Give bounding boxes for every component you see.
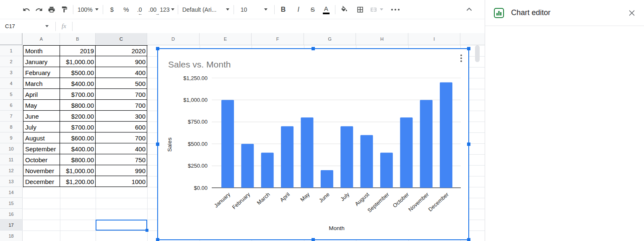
table-cell[interactable]: $600.00 bbox=[60, 133, 96, 143]
select-all-corner[interactable] bbox=[0, 33, 23, 45]
decrease-decimal-button[interactable]: .0← bbox=[133, 3, 146, 16]
chart-handle[interactable] bbox=[156, 238, 159, 241]
table-cell[interactable]: $1,000.00 bbox=[60, 166, 96, 176]
paint-format-icon[interactable] bbox=[58, 3, 70, 16]
table-cell[interactable]: September bbox=[23, 144, 60, 154]
row-header-12[interactable]: 12 bbox=[0, 165, 23, 176]
column-header-H[interactable]: H bbox=[356, 33, 408, 45]
number-format-button[interactable]: 123 bbox=[159, 3, 175, 16]
row-header-16[interactable]: 16 bbox=[0, 209, 23, 220]
table-cell[interactable]: July bbox=[23, 122, 60, 132]
table-cell[interactable]: February bbox=[23, 67, 60, 78]
merge-cells-button[interactable] bbox=[370, 3, 383, 16]
table-cell[interactable]: $1,000.00 bbox=[60, 57, 96, 67]
column-header-I[interactable]: I bbox=[408, 33, 460, 45]
row-header-14[interactable]: 14 bbox=[0, 187, 23, 198]
table-cell[interactable]: 400 bbox=[96, 67, 147, 78]
row-header-18[interactable]: 18 bbox=[0, 231, 23, 241]
format-percent-button[interactable]: % bbox=[120, 3, 132, 16]
chart-handle[interactable] bbox=[467, 238, 470, 241]
table-cell[interactable]: 750 bbox=[96, 155, 147, 165]
table-cell[interactable]: $200.00 bbox=[60, 111, 96, 122]
table-cell[interactable]: $1,200.00 bbox=[60, 176, 96, 187]
column-header-F[interactable]: F bbox=[252, 33, 304, 45]
sheet-vertical-scrollbar[interactable] bbox=[475, 45, 480, 62]
table-cell[interactable]: 990 bbox=[96, 166, 147, 176]
undo-icon[interactable] bbox=[20, 3, 33, 16]
font-select[interactable]: Default (Ari... bbox=[181, 3, 231, 16]
chart-handle[interactable] bbox=[156, 47, 159, 50]
fill-color-icon[interactable] bbox=[338, 3, 351, 16]
column-header-D[interactable]: D bbox=[147, 33, 200, 45]
row-header-6[interactable]: 6 bbox=[0, 100, 23, 111]
row-header-17[interactable]: 17 bbox=[0, 220, 23, 231]
table-cell[interactable]: March bbox=[23, 78, 60, 89]
row-header-1[interactable]: 1 bbox=[0, 45, 23, 56]
italic-button[interactable]: I bbox=[292, 3, 305, 16]
table-cell[interactable]: 2020 bbox=[96, 46, 147, 56]
column-header-E[interactable]: E bbox=[200, 33, 252, 45]
table-cell[interactable]: August bbox=[23, 133, 60, 143]
embedded-chart[interactable]: $0.00$250.00$500.00$750.00$1,000.00$1,25… bbox=[157, 48, 469, 240]
table-cell[interactable]: 1000 bbox=[96, 176, 147, 187]
increase-decimal-button[interactable]: .00→ bbox=[146, 3, 159, 16]
column-header-partial[interactable] bbox=[460, 33, 485, 45]
redo-icon[interactable] bbox=[33, 3, 45, 16]
table-cell[interactable]: 700 bbox=[96, 89, 147, 100]
table-cell[interactable]: $800.00 bbox=[60, 100, 96, 111]
chart-menu-button[interactable] bbox=[459, 53, 463, 63]
column-header-G[interactable]: G bbox=[304, 33, 356, 45]
table-cell[interactable]: $400.00 bbox=[60, 78, 96, 89]
table-cell[interactable]: May bbox=[23, 100, 60, 111]
borders-icon[interactable] bbox=[354, 3, 366, 16]
table-cell[interactable]: 600 bbox=[96, 122, 147, 132]
table-cell[interactable]: April bbox=[23, 89, 60, 100]
row-header-7[interactable]: 7 bbox=[0, 111, 23, 122]
chart-handle[interactable] bbox=[312, 238, 315, 241]
chart-handle[interactable] bbox=[312, 47, 315, 50]
name-box[interactable]: C17 bbox=[0, 23, 45, 29]
row-header-13[interactable]: 13 bbox=[0, 176, 23, 187]
row-header-11[interactable]: 11 bbox=[0, 154, 23, 165]
print-icon[interactable] bbox=[45, 3, 58, 16]
table-cell[interactable]: October bbox=[23, 155, 60, 165]
fill-handle[interactable] bbox=[145, 229, 148, 232]
column-header-C[interactable]: C bbox=[96, 33, 147, 45]
table-cell[interactable]: $700.00 bbox=[60, 89, 96, 100]
format-currency-button[interactable]: $ bbox=[106, 3, 118, 16]
table-cell[interactable]: $800.00 bbox=[60, 155, 96, 165]
strikethrough-button[interactable]: S bbox=[306, 3, 319, 16]
row-header-5[interactable]: 5 bbox=[0, 89, 23, 100]
column-header-A[interactable]: A bbox=[23, 33, 60, 45]
row-header-10[interactable]: 10 bbox=[0, 143, 23, 154]
table-cell[interactable]: January bbox=[23, 57, 60, 67]
font-size-select[interactable]: 10 bbox=[236, 3, 272, 16]
chevron-down-icon[interactable] bbox=[45, 25, 49, 27]
row-header-2[interactable]: 2 bbox=[0, 56, 23, 67]
collapse-toolbar-button[interactable] bbox=[463, 3, 475, 16]
close-icon[interactable] bbox=[627, 8, 636, 18]
chart-handle[interactable] bbox=[467, 47, 470, 50]
table-cell[interactable]: $700.00 bbox=[60, 122, 96, 132]
chart-handle[interactable] bbox=[156, 143, 159, 146]
table-cell[interactable]: 500 bbox=[96, 78, 147, 89]
table-cell[interactable]: 900 bbox=[96, 57, 147, 67]
more-options-button[interactable] bbox=[389, 3, 402, 16]
row-header-4[interactable]: 4 bbox=[0, 78, 23, 89]
column-header-B[interactable]: B bbox=[60, 33, 96, 45]
table-cell[interactable]: 700 bbox=[96, 133, 147, 143]
table-cell[interactable]: Month bbox=[23, 46, 60, 56]
table-cell[interactable]: December bbox=[23, 176, 60, 187]
table-cell[interactable]: $500.00 bbox=[60, 67, 96, 78]
zoom-select[interactable]: 100% bbox=[76, 3, 100, 16]
table-cell[interactable]: 2019 bbox=[60, 46, 96, 56]
row-header-15[interactable]: 15 bbox=[0, 198, 23, 209]
table-cell[interactable]: 300 bbox=[96, 111, 147, 122]
chart-handle[interactable] bbox=[467, 143, 470, 146]
table-cell[interactable]: November bbox=[23, 166, 60, 176]
row-header-8[interactable]: 8 bbox=[0, 122, 23, 132]
table-cell[interactable]: June bbox=[23, 111, 60, 122]
bold-button[interactable]: B bbox=[277, 3, 290, 16]
table-cell[interactable]: 400 bbox=[96, 144, 147, 154]
row-header-9[interactable]: 9 bbox=[0, 132, 23, 143]
